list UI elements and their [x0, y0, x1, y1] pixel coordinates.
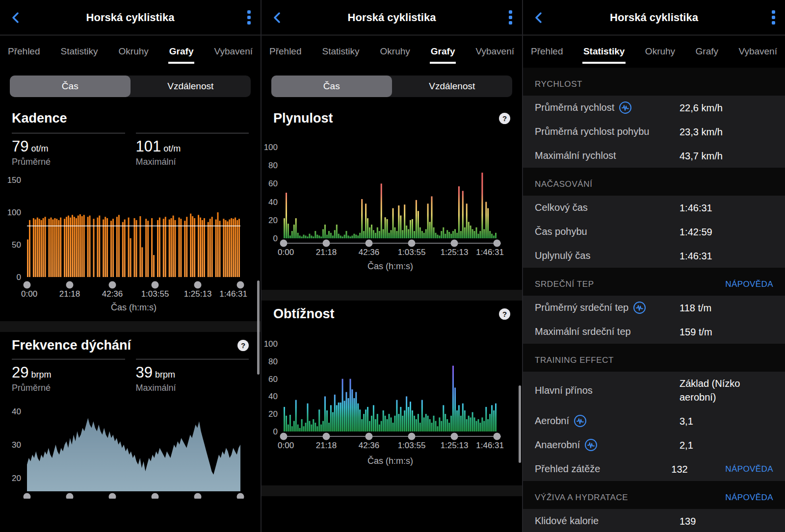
stat-label: Hlavní přínos [535, 385, 680, 396]
page-title: Horská cyklistika [0, 11, 261, 24]
section-divider [262, 290, 522, 301]
stat-value: 1:46:31 [680, 249, 773, 263]
tab-okruhy[interactable]: Okruhy [644, 35, 676, 68]
smoothness-chart[interactable]: 1008060402000:0021:1842:361:03:551:25:13… [262, 139, 522, 271]
back-icon[interactable] [533, 10, 546, 25]
stat-value: 3,1 [680, 414, 773, 428]
svg-text:0:00: 0:00 [21, 289, 37, 299]
stat-label: Klidové kalorie [535, 515, 680, 527]
kebab-menu-icon[interactable] [772, 10, 775, 25]
kebab-menu-icon[interactable] [509, 10, 512, 25]
stat-row: Průměrná rychlost22,6 km/h [523, 96, 785, 120]
kadence-chart[interactable]: 1501005000:0021:1842:361:03:551:25:131:4… [0, 170, 261, 312]
tab-grafy[interactable]: Grafy [695, 35, 719, 68]
stat-row: Uplynulý čas1:46:31 [523, 244, 785, 268]
napoveda-link[interactable]: NÁPOVĚDA [725, 279, 773, 289]
svg-text:100: 100 [264, 339, 278, 349]
tab-statistiky[interactable]: Statistiky [582, 35, 626, 68]
svg-text:150: 150 [7, 176, 21, 185]
stat-label: Přehled zátěže [535, 463, 671, 475]
segment-cas[interactable]: Čas [10, 76, 131, 97]
segment-vzdalenost[interactable]: Vzdálenost [131, 76, 251, 97]
section-title: TRAINING EFFECT [535, 355, 614, 365]
tab-statistiky[interactable]: Statistiky [321, 35, 361, 68]
stat-row: Anaerobní2,1 [523, 433, 785, 457]
time-distance-segmented-control: Čas Vzdálenost [10, 76, 251, 97]
napoveda-link[interactable]: NÁPOVĚDA [725, 493, 773, 503]
tab-bar: PřehledStatistikyOkruhyGrafyVybavení [262, 35, 522, 68]
svg-text:1:03:55: 1:03:55 [398, 248, 426, 257]
section-title: NAČASOVÁNÍ [535, 179, 592, 189]
tab-okruhy[interactable]: Okruhy [379, 35, 411, 68]
pulse-chart-icon[interactable] [619, 101, 632, 114]
help-icon[interactable]: ? [499, 113, 510, 124]
stat-row: Průměrný srdeční tep118 t/m [523, 296, 785, 320]
stat-label: Průměrná rychlost [535, 101, 680, 114]
svg-text:1:25:13: 1:25:13 [441, 248, 469, 257]
section-header: VÝŽIVA A HYDRATACENÁPOVĚDA [523, 481, 785, 509]
napoveda-link[interactable]: NÁPOVĚDA [725, 464, 773, 474]
stat-value: 1:42:59 [680, 225, 773, 239]
tab-přehled[interactable]: Přehled [7, 35, 41, 68]
tab-vybavení[interactable]: Vybavení [213, 35, 254, 68]
tab-okruhy[interactable]: Okruhy [118, 35, 150, 68]
svg-text:0:00: 0:00 [278, 441, 294, 450]
section-header: SRDEČNÍ TEPNÁPOVĚDA [523, 268, 785, 296]
stat-value: 159 t/m [680, 325, 773, 339]
tab-vybavení[interactable]: Vybavení [737, 35, 778, 68]
svg-text:1:25:13: 1:25:13 [184, 289, 212, 299]
tab-statistiky[interactable]: Statistiky [60, 35, 99, 68]
back-icon[interactable] [271, 10, 284, 25]
svg-text:1:03:55: 1:03:55 [141, 289, 169, 299]
pulse-chart-icon[interactable] [574, 414, 587, 428]
svg-text:60: 60 [268, 179, 278, 188]
svg-text:20: 20 [268, 216, 278, 225]
segment-vzdalenost[interactable]: Vzdálenost [392, 76, 513, 97]
tab-přehled[interactable]: Přehled [268, 35, 303, 68]
breathing-max: 39brpm Maximální [136, 359, 249, 393]
svg-text:42:36: 42:36 [359, 441, 380, 450]
stat-value: 1:46:31 [680, 201, 773, 215]
stat-row: Aerobní3,1 [523, 409, 785, 433]
svg-text:42:36: 42:36 [359, 248, 380, 257]
section-rows: Průměrný srdeční tep118 t/mMaximální srd… [523, 296, 785, 344]
stat-row: Maximální srdeční tep159 t/m [523, 320, 785, 344]
tab-grafy[interactable]: Grafy [430, 35, 456, 68]
stat-value: 118 t/m [680, 301, 773, 315]
pulse-chart-icon[interactable] [633, 301, 646, 314]
back-icon[interactable] [10, 10, 23, 25]
section-header: RYCHLOST [523, 68, 785, 96]
difficulty-chart[interactable]: 1008060402000:0021:1842:361:03:551:25:13… [262, 335, 522, 468]
help-icon[interactable]: ? [499, 308, 510, 320]
breathing-chart[interactable]: 403020 [0, 398, 261, 499]
svg-text:0: 0 [273, 427, 278, 436]
svg-text:21:18: 21:18 [59, 289, 80, 299]
svg-text:20: 20 [268, 409, 278, 419]
svg-text:1:03:55: 1:03:55 [398, 441, 426, 450]
tab-přehled[interactable]: Přehled [530, 35, 564, 68]
scrollbar-thumb[interactable] [519, 385, 521, 463]
help-icon[interactable]: ? [237, 340, 249, 351]
pulse-chart-icon[interactable] [584, 438, 598, 452]
section-rows: Průměrná rychlost22,6 km/hPrůměrná rychl… [523, 96, 785, 168]
tab-grafy[interactable]: Grafy [168, 35, 195, 68]
scrollbar-thumb[interactable] [257, 280, 260, 375]
svg-text:21:18: 21:18 [316, 248, 337, 257]
svg-text:100: 100 [7, 208, 21, 217]
section-rows: Hlavní přínosZáklad (Nízko aerobní)Aerob… [523, 372, 785, 481]
time-distance-segmented-control: Čas Vzdálenost [271, 76, 512, 97]
breathing-avg: 29brpm Průměrné [12, 359, 125, 393]
stat-label: Průměrný srdeční tep [535, 301, 680, 314]
segment-cas[interactable]: Čas [271, 76, 392, 97]
tab-bar: PřehledStatistikyOkruhyGrafyVybavení [523, 35, 785, 68]
stat-label: Uplynulý čas [535, 250, 680, 261]
page-title: Horská cyklistika [523, 11, 785, 24]
stat-value: 43,7 km/h [680, 149, 773, 163]
svg-text:80: 80 [268, 357, 278, 366]
stat-label: Anaerobní [535, 438, 680, 452]
tab-vybavení[interactable]: Vybavení [474, 35, 515, 68]
svg-text:1:46:31: 1:46:31 [476, 248, 504, 257]
header: Horská cyklistika [0, 0, 261, 35]
stat-value: Základ (Nízko aerobní) [680, 377, 773, 404]
kebab-menu-icon[interactable] [247, 10, 251, 25]
